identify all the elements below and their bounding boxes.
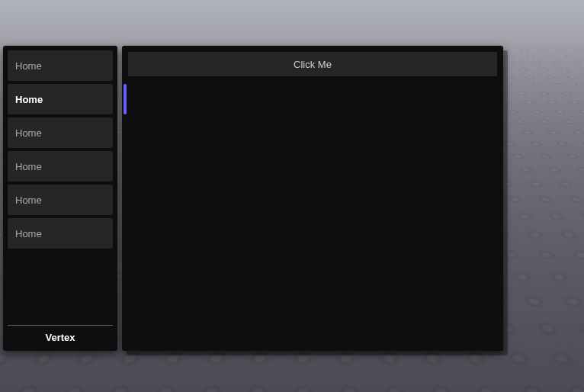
sidebar-item-label: Home [15, 60, 42, 72]
content-wrapper: Click Me [122, 46, 503, 351]
accent-indicator-bar [124, 84, 127, 114]
sidebar-item-label: Home [15, 161, 42, 172]
click-me-button[interactable]: Click Me [128, 52, 497, 76]
sidebar-item-home-1[interactable]: Home [8, 84, 113, 114]
sidebar-item-label: Home [15, 228, 42, 239]
sidebar-item-home-2[interactable]: Home [8, 117, 113, 148]
sidebar-item-home-0[interactable]: Home [8, 50, 113, 81]
sidebar-item-label: Home [15, 194, 42, 206]
sidebar-panel: Home Home Home Home Home Home Vertex [3, 46, 117, 351]
content-panel: Click Me [122, 46, 503, 351]
sidebar-item-label: Home [15, 94, 43, 105]
sidebar-item-label: Home [15, 127, 42, 139]
sidebar-footer-title: Vertex [8, 325, 113, 346]
sidebar-item-home-5[interactable]: Home [8, 218, 113, 249]
gui-window: Home Home Home Home Home Home Vertex Cli… [3, 46, 503, 351]
sky-gradient [0, 0, 584, 46]
sidebar-item-home-4[interactable]: Home [8, 185, 113, 215]
sidebar-item-home-3[interactable]: Home [8, 151, 113, 182]
sidebar-items-list: Home Home Home Home Home Home [8, 50, 113, 325]
